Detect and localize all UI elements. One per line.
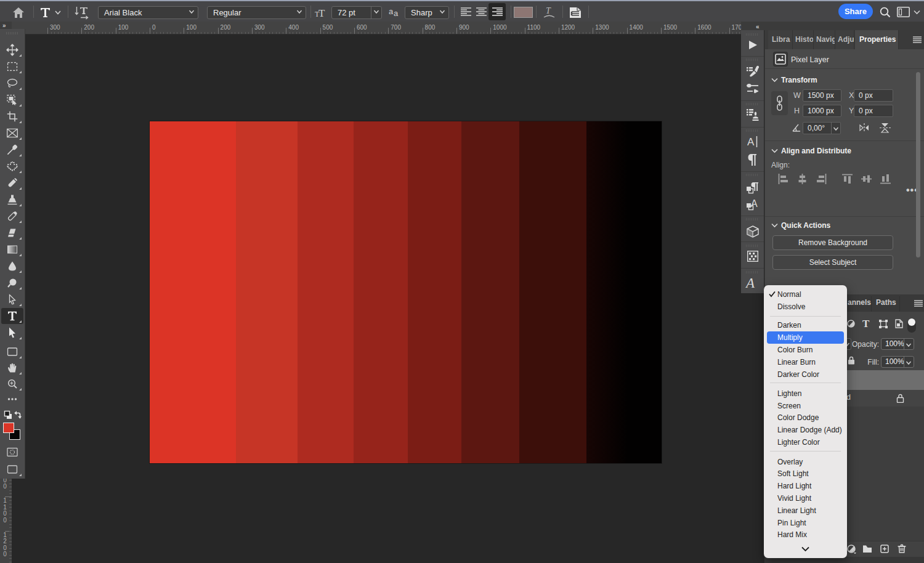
svg-text:A: A xyxy=(745,276,755,291)
svg-text:A: A xyxy=(751,198,758,209)
svg-text:a: a xyxy=(394,9,399,17)
svg-text:a: a xyxy=(389,8,394,16)
svg-text:T: T xyxy=(318,7,325,18)
svg-text:A: A xyxy=(747,136,755,148)
svg-text:T: T xyxy=(546,6,551,15)
